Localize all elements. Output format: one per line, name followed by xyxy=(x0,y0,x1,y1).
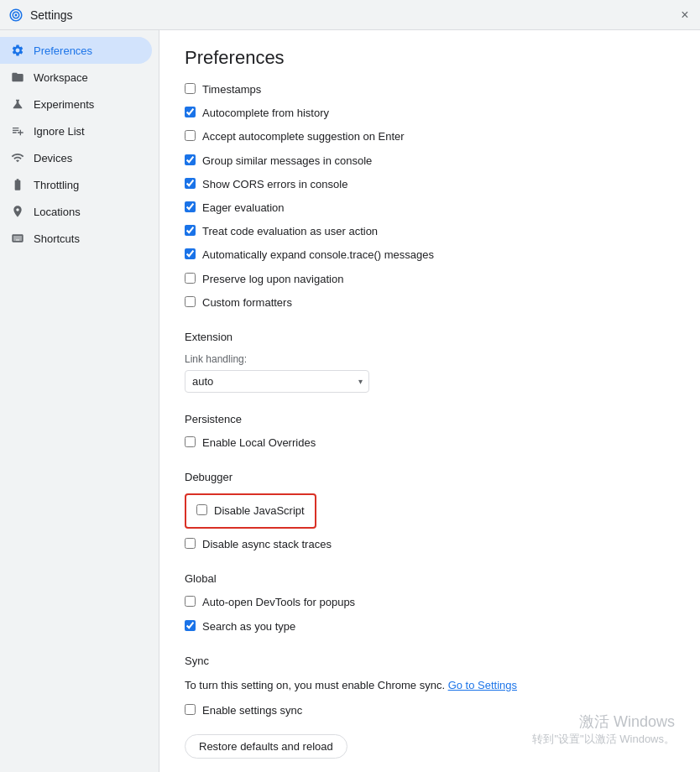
disable-async-checkbox[interactable] xyxy=(185,538,196,549)
auto-open-devtools-checkbox[interactable] xyxy=(185,596,196,607)
checkbox-row-eager-eval: Eager evaluation xyxy=(185,201,675,216)
checkbox-row-show-cors: Show CORS errors in console xyxy=(185,177,675,192)
flask-icon xyxy=(10,96,25,112)
disable-async-label: Disable async stack traces xyxy=(202,537,332,552)
custom-formatters-checkbox[interactable] xyxy=(185,296,196,307)
enable-settings-sync-label: Enable settings sync xyxy=(202,703,302,718)
folder-icon xyxy=(10,70,25,85)
expand-console-trace-label: Automatically expand console.trace() mes… xyxy=(202,248,434,263)
sidebar-throttling-label: Throttling xyxy=(34,179,79,191)
window-title: Settings xyxy=(30,8,73,22)
timestamps-label: Timestamps xyxy=(202,82,261,97)
sidebar-preferences-label: Preferences xyxy=(34,44,92,57)
restore-defaults-button[interactable]: Restore defaults and reload xyxy=(185,734,347,759)
enable-local-overrides-label: Enable Local Overrides xyxy=(202,436,316,451)
checkbox-row-treat-code: Treat code evaluation as user action xyxy=(185,224,675,239)
sync-settings-link[interactable]: Go to Settings xyxy=(448,679,517,691)
content-area: Preferences Timestamps Autocomplete from… xyxy=(159,30,700,772)
show-cors-checkbox[interactable] xyxy=(185,178,196,189)
sidebar-item-devices[interactable]: Devices xyxy=(0,144,152,171)
title-bar-left: Settings xyxy=(8,8,73,23)
sidebar-locations-label: Locations xyxy=(34,206,81,218)
group-similar-label: Group similar messages in console xyxy=(202,154,372,169)
preserve-log-label: Preserve log upon navigation xyxy=(202,272,343,287)
sidebar-item-locations[interactable]: Locations xyxy=(0,198,152,225)
accept-autocomplete-label: Accept autocomplete suggestion on Enter xyxy=(202,129,405,144)
sidebar-workspace-label: Workspace xyxy=(34,71,88,84)
treat-code-checkbox[interactable] xyxy=(185,225,196,236)
checkbox-row-search-as-you-type: Search as you type xyxy=(185,619,675,634)
checkbox-row-disable-js: Disable JavaScript xyxy=(196,503,305,519)
global-section-title: Global xyxy=(185,572,675,585)
checkbox-row-timestamps: Timestamps xyxy=(185,82,675,97)
disable-js-checkbox[interactable] xyxy=(196,504,207,515)
auto-open-devtools-label: Auto-open DevTools for popups xyxy=(202,595,355,610)
persistence-section-title: Persistence xyxy=(185,413,675,425)
checkbox-row-expand-console-trace: Automatically expand console.trace() mes… xyxy=(185,248,675,263)
sidebar-item-shortcuts[interactable]: Shortcuts xyxy=(0,225,152,252)
shortcuts-icon xyxy=(10,231,25,246)
link-handling-label: Link handling: xyxy=(185,353,675,365)
gear-icon xyxy=(10,43,25,58)
search-as-you-type-label: Search as you type xyxy=(202,619,295,634)
eager-eval-checkbox[interactable] xyxy=(185,201,196,212)
custom-formatters-label: Custom formatters xyxy=(202,295,292,310)
sidebar-item-experiments[interactable]: Experiments xyxy=(0,91,152,117)
page-title: Preferences xyxy=(185,47,675,69)
sidebar-item-ignore-list[interactable]: Ignore List xyxy=(0,117,152,144)
debugger-section-title: Debugger xyxy=(185,471,675,483)
link-handling-select-container: auto frontend storm ▾ xyxy=(185,370,369,393)
enable-local-overrides-checkbox[interactable] xyxy=(185,436,196,447)
disable-js-highlight-box: Disable JavaScript xyxy=(185,493,316,529)
sidebar-ignore-list-label: Ignore List xyxy=(34,125,85,138)
checkbox-row-autocomplete-history: Autocomplete from history xyxy=(185,106,675,121)
group-similar-checkbox[interactable] xyxy=(185,154,196,165)
throttling-icon xyxy=(10,177,25,192)
location-icon xyxy=(10,204,25,219)
sidebar-shortcuts-label: Shortcuts xyxy=(34,232,80,245)
checkbox-row-enable-local-overrides: Enable Local Overrides xyxy=(185,436,675,451)
checkbox-row-disable-async: Disable async stack traces xyxy=(185,537,675,552)
close-button[interactable]: × xyxy=(678,8,692,22)
checkbox-row-group-similar: Group similar messages in console xyxy=(185,154,675,169)
checkbox-row-enable-settings-sync: Enable settings sync xyxy=(185,703,675,718)
autocomplete-history-checkbox[interactable] xyxy=(185,107,196,117)
general-checkboxes: Timestamps Autocomplete from history Acc… xyxy=(185,82,675,310)
treat-code-label: Treat code evaluation as user action xyxy=(202,224,378,239)
extension-section-title: Extension xyxy=(185,331,675,343)
expand-console-trace-checkbox[interactable] xyxy=(185,248,196,259)
checkbox-row-auto-open-devtools: Auto-open DevTools for popups xyxy=(185,595,675,610)
sidebar-devices-label: Devices xyxy=(34,152,72,164)
checkbox-row-preserve-log: Preserve log upon navigation xyxy=(185,272,675,287)
timestamps-checkbox[interactable] xyxy=(185,83,196,94)
checkbox-row-accept-autocomplete: Accept autocomplete suggestion on Enter xyxy=(185,129,675,144)
sync-description: To turn this setting on, you must enable… xyxy=(185,677,675,694)
ignore-list-icon xyxy=(10,123,25,138)
sync-section-title: Sync xyxy=(185,655,675,667)
settings-logo-icon xyxy=(8,8,24,23)
disable-js-label: Disable JavaScript xyxy=(214,503,305,519)
sidebar-item-workspace[interactable]: Workspace xyxy=(0,64,152,91)
sidebar-item-preferences[interactable]: Preferences xyxy=(0,37,152,64)
sidebar: Preferences Workspace Experiments xyxy=(0,30,159,772)
sync-description-text: To turn this setting on, you must enable… xyxy=(185,679,445,691)
show-cors-label: Show CORS errors in console xyxy=(202,177,347,192)
sidebar-experiments-label: Experiments xyxy=(34,98,94,111)
checkbox-row-custom-formatters: Custom formatters xyxy=(185,295,675,310)
autocomplete-history-label: Autocomplete from history xyxy=(202,106,329,121)
link-handling-select[interactable]: auto frontend storm xyxy=(185,370,369,393)
sidebar-item-throttling[interactable]: Throttling xyxy=(0,171,152,198)
devices-icon xyxy=(10,150,25,165)
main-container: Preferences Workspace Experiments xyxy=(0,30,700,772)
eager-eval-label: Eager evaluation xyxy=(202,201,285,216)
enable-settings-sync-checkbox[interactable] xyxy=(185,704,196,715)
preserve-log-checkbox[interactable] xyxy=(185,273,196,284)
title-bar: Settings × xyxy=(0,0,700,30)
search-as-you-type-checkbox[interactable] xyxy=(185,620,196,631)
accept-autocomplete-checkbox[interactable] xyxy=(185,130,196,141)
